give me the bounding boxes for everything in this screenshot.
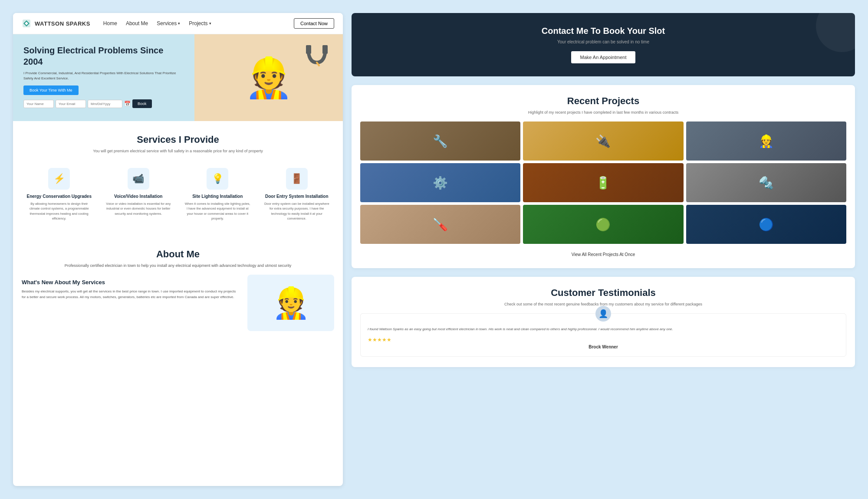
project-item-2: 🔌 [523,121,683,161]
booking-form: 📅 Book [23,99,184,108]
nav-projects[interactable]: Projects ▾ [189,20,211,26]
service-card-lighting: 💡 Site Lighting Installation When it com… [180,164,255,225]
name-input[interactable] [23,100,54,108]
email-input[interactable] [56,100,86,108]
testimonial-card-1: 👤 I found Wattson Sparks as an easy goin… [360,313,846,357]
door-icon: 🚪 [286,168,308,190]
whats-new-title: What's New About My Services [22,279,240,286]
projects-section: Recent Projects Highlight of my recent p… [352,85,855,268]
contact-card-subtitle: Your electrical problem can be solved in… [360,39,846,44]
person-avatar-icon: 👷 [272,285,310,321]
projects-grid: 🔧 🔌 👷 ⚙️ 🔋 🔩 🪛 🟢 🔵 [360,121,846,244]
hero-subtitle: I Provide Commercial, Industrial, And Re… [23,71,184,81]
service-name-lighting: Site Lighting Installation [192,194,243,199]
about-image: 👷 [247,275,334,331]
service-card-door: 🚪 Door Entry System Installation Door en… [260,164,335,225]
services-title: Services I Provide [22,134,334,145]
services-chevron-icon: ▾ [178,21,180,26]
service-name-energy: Energy Conservation Upgrades [27,194,92,199]
hero-left: Solving Electrical Problems Since 2004 I… [13,34,194,121]
nav-links: Home About Me Services ▾ Projects ▾ [103,20,294,26]
logo-text: WATTSON SPARKS [35,20,90,27]
project-item-1: 🔧 [360,121,520,161]
services-section: Services I Provide You will get premium … [13,121,343,238]
book-time-button[interactable]: Book Your Time With Me [23,85,79,95]
contact-now-button[interactable]: Contact Now [294,18,334,29]
reviewer-avatar: 👤 [595,306,611,322]
testimonial-text: I found Wattson Sparks as an easy going … [368,327,839,332]
services-grid: ⚡ Energy Conservation Upgrades By allowi… [22,164,334,225]
service-desc-lighting: When it comes to installing site lightin… [184,201,251,221]
logo-icon [22,19,31,28]
svg-rect-4 [322,45,328,54]
projects-chevron-icon: ▾ [209,21,211,26]
contact-card-title: Contact Me To Book Your Slot [360,26,846,36]
project-item-7: 🪛 [360,205,520,244]
projects-title: Recent Projects [360,95,846,107]
about-title: About Me [22,249,334,260]
svg-rect-3 [306,45,311,54]
service-name-video: Voice/Video Installation [114,194,162,199]
nav-about[interactable]: About Me [126,20,148,26]
service-card-video: 📹 Voice/Video Installation Voice or vide… [101,164,176,225]
right-panel: Contact Me To Book Your Slot Your electr… [343,13,855,486]
testimonials-title: Customer Testimonials [360,287,846,299]
project-item-9: 🔵 [686,205,846,244]
star-rating: ★★★★★ [368,337,839,343]
navbar: WATTSON SPARKS Home About Me Services ▾ … [13,13,343,34]
about-text: What's New About My Services Besides my … [22,275,240,331]
service-name-door: Door Entry System Installation [265,194,329,199]
magnet-icon [304,43,330,73]
about-para: Besides my electrical supports, you will… [22,289,240,300]
appointment-button[interactable]: Make An Appointment [571,51,635,63]
services-subtitle: You will get premium electrical service … [22,149,334,153]
service-desc-video: Voice or video installation is essential… [105,201,172,216]
testimonials-section: Customer Testimonials Check out some of … [352,277,855,367]
date-input[interactable] [88,100,122,108]
project-item-3: 👷 [686,121,846,161]
reviewer-name: Brock Wenner [368,345,839,349]
about-content: What's New About My Services Besides my … [22,275,334,331]
hero-right: 👷 [194,34,343,121]
view-all-projects-link[interactable]: View All Recent Projects At Once [572,252,635,257]
project-item-6: 🔩 [686,163,846,202]
logo-area: WATTSON SPARKS [22,19,90,28]
project-item-4: ⚙️ [360,163,520,202]
projects-subtitle: Highlight of my recent projects I have c… [360,110,846,115]
calendar-icon: 📅 [124,101,131,107]
nav-services[interactable]: Services ▾ [157,20,180,26]
project-item-5: 🔋 [523,163,683,202]
book-submit-button[interactable]: Book [132,99,152,108]
nav-home[interactable]: Home [103,20,117,26]
service-desc-door: Door entry system can be installed anywh… [264,201,330,221]
video-icon: 📹 [128,168,149,190]
energy-icon: ⚡ [48,168,70,190]
contact-card: Contact Me To Book Your Slot Your electr… [352,13,855,76]
lighting-icon: 💡 [207,168,228,190]
about-section: About Me Professionally certified electr… [13,238,343,341]
service-desc-energy: By allowing homeowners to design their c… [26,201,92,221]
service-card-energy: ⚡ Energy Conservation Upgrades By allowi… [22,164,97,225]
about-subtitle: Professionally certified electrician in … [22,263,334,268]
left-panel: WATTSON SPARKS Home About Me Services ▾ … [13,13,343,486]
hero-person-image: 👷 [244,58,293,97]
hero-title: Solving Electrical Problems Since 2004 [23,45,184,67]
hero-section: Solving Electrical Problems Since 2004 I… [13,34,343,121]
project-item-8: 🟢 [523,205,683,244]
